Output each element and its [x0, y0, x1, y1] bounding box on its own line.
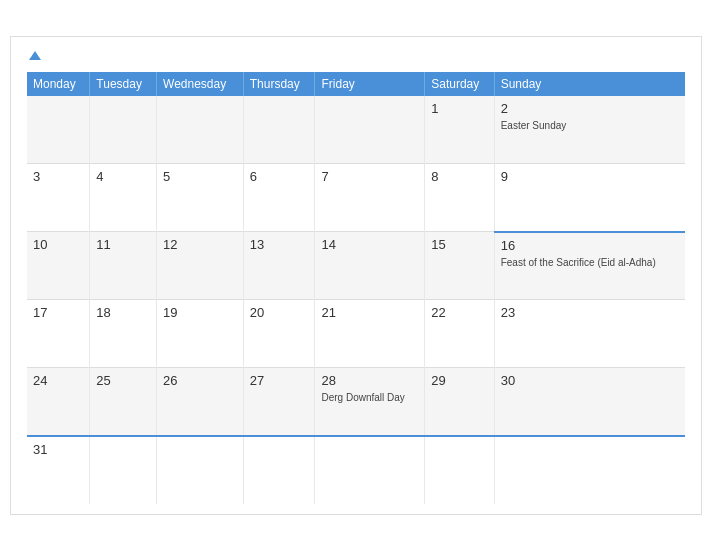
- day-number: 29: [431, 373, 487, 388]
- calendar-cell: 4: [90, 164, 157, 232]
- calendar-cell: [315, 96, 425, 164]
- header-row: [27, 53, 685, 62]
- calendar-cell: 2Easter Sunday: [494, 96, 685, 164]
- calendar-container: MondayTuesdayWednesdayThursdayFridaySatu…: [10, 36, 702, 515]
- calendar-cell: 24: [27, 368, 90, 436]
- calendar-cell: [90, 96, 157, 164]
- day-number: 1: [431, 101, 487, 116]
- logo-triangle-icon: [29, 51, 41, 60]
- day-number: 4: [96, 169, 150, 184]
- calendar-week-row: 31: [27, 436, 685, 504]
- calendar-cell: [27, 96, 90, 164]
- weekday-header-wednesday: Wednesday: [157, 72, 244, 96]
- day-number: 3: [33, 169, 83, 184]
- day-number: 30: [501, 373, 679, 388]
- weekday-header-thursday: Thursday: [243, 72, 315, 96]
- day-number: 11: [96, 237, 150, 252]
- calendar-cell: 1: [425, 96, 494, 164]
- day-number: 7: [321, 169, 418, 184]
- calendar-week-row: 12Easter Sunday: [27, 96, 685, 164]
- logo: [27, 53, 41, 62]
- weekday-header-row: MondayTuesdayWednesdayThursdayFridaySatu…: [27, 72, 685, 96]
- weekday-header-saturday: Saturday: [425, 72, 494, 96]
- calendar-cell: 18: [90, 300, 157, 368]
- calendar-week-row: 2425262728Derg Downfall Day2930: [27, 368, 685, 436]
- calendar-cell: 8: [425, 164, 494, 232]
- calendar-cell: 9: [494, 164, 685, 232]
- day-number: 8: [431, 169, 487, 184]
- calendar-cell: 19: [157, 300, 244, 368]
- calendar-cell: 10: [27, 232, 90, 300]
- day-number: 13: [250, 237, 309, 252]
- weekday-header-tuesday: Tuesday: [90, 72, 157, 96]
- day-number: 15: [431, 237, 487, 252]
- calendar-cell: 7: [315, 164, 425, 232]
- day-number: 19: [163, 305, 237, 320]
- calendar-cell: 15: [425, 232, 494, 300]
- calendar-cell: [243, 436, 315, 504]
- calendar-cell: [157, 436, 244, 504]
- day-number: 23: [501, 305, 679, 320]
- calendar-cell: 21: [315, 300, 425, 368]
- day-number: 25: [96, 373, 150, 388]
- calendar-cell: 26: [157, 368, 244, 436]
- calendar-week-row: 3456789: [27, 164, 685, 232]
- day-number: 21: [321, 305, 418, 320]
- day-number: 12: [163, 237, 237, 252]
- day-number: 6: [250, 169, 309, 184]
- calendar-cell: 5: [157, 164, 244, 232]
- day-number: 20: [250, 305, 309, 320]
- calendar-cell: [425, 436, 494, 504]
- day-number: 16: [501, 238, 679, 253]
- calendar-cell: 12: [157, 232, 244, 300]
- event-text: Feast of the Sacrifice (Eid al-Adha): [501, 257, 656, 268]
- day-number: 27: [250, 373, 309, 388]
- calendar-week-row: 10111213141516Feast of the Sacrifice (Ei…: [27, 232, 685, 300]
- day-number: 2: [501, 101, 679, 116]
- calendar-table: MondayTuesdayWednesdayThursdayFridaySatu…: [27, 72, 685, 504]
- calendar-cell: 29: [425, 368, 494, 436]
- day-number: 5: [163, 169, 237, 184]
- calendar-cell: 23: [494, 300, 685, 368]
- day-number: 14: [321, 237, 418, 252]
- calendar-cell: 27: [243, 368, 315, 436]
- calendar-cell: 22: [425, 300, 494, 368]
- calendar-cell: [494, 436, 685, 504]
- day-number: 28: [321, 373, 418, 388]
- calendar-cell: 30: [494, 368, 685, 436]
- day-number: 31: [33, 442, 83, 457]
- calendar-body: 12Easter Sunday345678910111213141516Feas…: [27, 96, 685, 504]
- calendar-week-row: 17181920212223: [27, 300, 685, 368]
- weekday-header-monday: Monday: [27, 72, 90, 96]
- day-number: 9: [501, 169, 679, 184]
- day-number: 10: [33, 237, 83, 252]
- day-number: 22: [431, 305, 487, 320]
- calendar-cell: 25: [90, 368, 157, 436]
- day-number: 18: [96, 305, 150, 320]
- calendar-cell: 3: [27, 164, 90, 232]
- day-number: 24: [33, 373, 83, 388]
- weekday-header-friday: Friday: [315, 72, 425, 96]
- weekday-header-sunday: Sunday: [494, 72, 685, 96]
- calendar-cell: 16Feast of the Sacrifice (Eid al-Adha): [494, 232, 685, 300]
- calendar-cell: [90, 436, 157, 504]
- calendar-cell: 17: [27, 300, 90, 368]
- calendar-cell: 6: [243, 164, 315, 232]
- day-number: 17: [33, 305, 83, 320]
- event-text: Derg Downfall Day: [321, 392, 404, 403]
- day-number: 26: [163, 373, 237, 388]
- event-text: Easter Sunday: [501, 120, 567, 131]
- calendar-cell: [243, 96, 315, 164]
- calendar-cell: 11: [90, 232, 157, 300]
- calendar-cell: 28Derg Downfall Day: [315, 368, 425, 436]
- calendar-cell: 14: [315, 232, 425, 300]
- calendar-cell: 31: [27, 436, 90, 504]
- calendar-cell: 20: [243, 300, 315, 368]
- calendar-cell: [157, 96, 244, 164]
- calendar-cell: [315, 436, 425, 504]
- calendar-cell: 13: [243, 232, 315, 300]
